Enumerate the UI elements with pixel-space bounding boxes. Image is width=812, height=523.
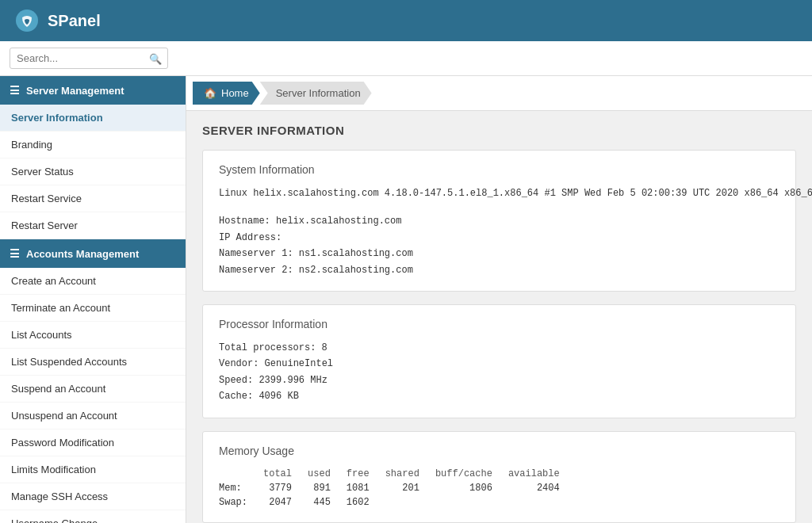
proc-vendor-value: GenuineIntel bbox=[259, 358, 333, 369]
swap-available bbox=[508, 495, 576, 510]
sidebar-item-server-status[interactable]: Server Status bbox=[0, 158, 186, 185]
proc-cache-value: 4096 KB bbox=[253, 391, 299, 402]
sidebar-item-list-accounts[interactable]: List Accounts bbox=[0, 322, 186, 349]
swap-label: Swap: bbox=[219, 495, 263, 510]
breadcrumb: 🏠 Home Server Information bbox=[186, 76, 812, 111]
mem-shared: 201 bbox=[385, 481, 435, 495]
hostname-label: Hostname: bbox=[219, 216, 270, 227]
breadcrumb-current: Server Information bbox=[260, 82, 372, 105]
sidebar-item-list-suspended[interactable]: List Suspended Accounts bbox=[0, 349, 186, 376]
sidebar: ☰ Server Management Server Information B… bbox=[0, 76, 186, 523]
sidebar-item-server-information[interactable]: Server Information bbox=[0, 105, 186, 132]
page-title: SERVER INFORMATION bbox=[202, 124, 796, 137]
sidebar-section-accounts-management[interactable]: ☰ Accounts Management bbox=[0, 239, 186, 268]
processor-info-card: Processor Information Total processors: … bbox=[202, 304, 796, 418]
home-icon: 🏠 bbox=[204, 87, 216, 99]
sidebar-item-restart-server[interactable]: Restart Server bbox=[0, 212, 186, 239]
col-header-free: free bbox=[347, 467, 385, 481]
mem-used: 891 bbox=[308, 481, 347, 495]
memory-row-mem: Mem: 3779 891 1081 201 1806 2404 bbox=[219, 481, 576, 495]
search-input-wrap[interactable]: 🔍 bbox=[10, 48, 168, 69]
col-header-shared: shared bbox=[385, 467, 435, 481]
system-info-title: System Information bbox=[219, 163, 779, 176]
swap-free: 1602 bbox=[347, 495, 385, 510]
sidebar-item-manage-ssh[interactable]: Manage SSH Access bbox=[0, 483, 186, 510]
mem-total: 3779 bbox=[263, 481, 308, 495]
sidebar-item-username-change[interactable]: Username Change bbox=[0, 510, 186, 523]
sidebar-section-server-management[interactable]: ☰ Server Management bbox=[0, 76, 186, 105]
hostname-value: helix.scalahosting.com bbox=[270, 216, 402, 227]
accounts-management-label: Accounts Management bbox=[26, 248, 139, 260]
mem-free: 1081 bbox=[347, 481, 385, 495]
sidebar-item-unsuspend-account[interactable]: Unsuspend an Account bbox=[0, 403, 186, 429]
mem-buff-cache: 1806 bbox=[435, 481, 508, 495]
sidebar-item-restart-service[interactable]: Restart Service bbox=[0, 185, 186, 212]
search-input[interactable] bbox=[10, 48, 168, 69]
ns1-value: ns1.scalahosting.com bbox=[293, 248, 413, 259]
ns2-label: Nameserver 2: bbox=[219, 265, 293, 276]
sidebar-item-branding[interactable]: Branding bbox=[0, 132, 186, 158]
col-header-buff-cache: buff/cache bbox=[435, 467, 508, 481]
spanel-logo-icon bbox=[14, 8, 40, 33]
layout: ☰ Server Management Server Information B… bbox=[0, 76, 812, 523]
sidebar-item-suspend-account[interactable]: Suspend an Account bbox=[0, 376, 186, 403]
search-bar: 🔍 bbox=[0, 41, 812, 76]
memory-usage-title: Memory Usage bbox=[219, 445, 779, 457]
content-area: SERVER INFORMATION System Information Li… bbox=[186, 111, 812, 523]
sidebar-item-limits-modification[interactable]: Limits Modification bbox=[0, 456, 186, 483]
memory-row-swap: Swap: 2047 445 1602 bbox=[219, 495, 576, 510]
proc-speed-value: 2399.996 MHz bbox=[253, 375, 327, 386]
sidebar-item-terminate-account[interactable]: Terminate an Account bbox=[0, 295, 186, 322]
col-header-empty bbox=[219, 467, 263, 481]
swap-shared bbox=[385, 495, 435, 510]
processor-info-title: Processor Information bbox=[219, 318, 779, 330]
system-info-details: Hostname: helix.scalahosting.com IP Addr… bbox=[219, 213, 779, 278]
sidebar-item-password-modification[interactable]: Password Modification bbox=[0, 429, 186, 456]
ip-label: IP Address: bbox=[219, 232, 282, 243]
sidebar-item-create-account[interactable]: Create an Account bbox=[0, 268, 186, 295]
mem-available: 2404 bbox=[508, 481, 576, 495]
memory-table: total used free shared buff/cache availa… bbox=[219, 467, 576, 510]
mem-label: Mem: bbox=[219, 481, 263, 495]
server-management-icon: ☰ bbox=[10, 84, 20, 97]
swap-used: 445 bbox=[308, 495, 347, 510]
swap-buff-cache bbox=[435, 495, 508, 510]
system-info-kernel: Linux helix.scalahosting.com 4.18.0-147.… bbox=[219, 185, 779, 201]
header: SPanel bbox=[0, 0, 812, 41]
app-title: SPanel bbox=[48, 12, 101, 30]
col-header-available: available bbox=[508, 467, 576, 481]
memory-table-header-row: total used free shared buff/cache availa… bbox=[219, 467, 576, 481]
breadcrumb-home-label: Home bbox=[221, 87, 249, 99]
proc-total-value: 8 bbox=[316, 342, 327, 353]
main-content: 🏠 Home Server Information SERVER INFORMA… bbox=[186, 76, 812, 523]
ns1-label: Nameserver 1: bbox=[219, 248, 293, 259]
proc-cache-label: Cache: bbox=[219, 391, 253, 402]
proc-vendor-label: Vendor: bbox=[219, 358, 259, 369]
col-header-total: total bbox=[263, 467, 308, 481]
ns2-value: ns2.scalahosting.com bbox=[293, 265, 413, 276]
col-header-used: used bbox=[308, 467, 347, 481]
proc-total-label: Total processors: bbox=[219, 342, 316, 353]
swap-total: 2047 bbox=[263, 495, 308, 510]
memory-usage-card: Memory Usage total used free shared buff… bbox=[202, 431, 796, 523]
server-management-label: Server Management bbox=[26, 85, 124, 97]
breadcrumb-home[interactable]: 🏠 Home bbox=[193, 82, 260, 105]
proc-speed-label: Speed: bbox=[219, 375, 253, 386]
breadcrumb-current-label: Server Information bbox=[276, 87, 361, 99]
accounts-management-icon: ☰ bbox=[10, 247, 20, 260]
processor-details: Total processors: 8 Vendor: GenuineIntel… bbox=[219, 340, 779, 405]
system-info-card: System Information Linux helix.scalahost… bbox=[202, 150, 796, 292]
